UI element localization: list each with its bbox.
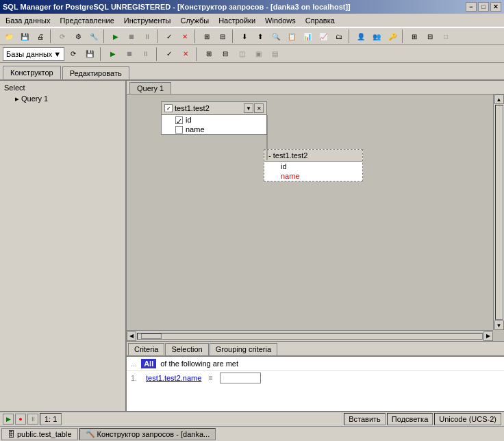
status-highlight: Подсветка bbox=[387, 413, 433, 425]
tab-grouping-criteria[interactable]: Grouping criteria bbox=[210, 343, 277, 355]
status-pause-btn[interactable]: ⏸ bbox=[27, 414, 38, 425]
toolbar2-pause-btn[interactable]: ⏸ bbox=[138, 47, 153, 62]
toolbar-btn-19[interactable]: 📈 bbox=[316, 29, 331, 44]
tree-arrow-icon: ▸ bbox=[15, 94, 21, 103]
toolbar2-check-btn[interactable]: ✓ bbox=[162, 47, 177, 62]
toolbar-btn-23[interactable]: 🔑 bbox=[385, 29, 400, 44]
toolbar-btn-9[interactable]: ⏸ bbox=[140, 29, 155, 44]
toolbar-btn-20[interactable]: 🗂 bbox=[331, 29, 346, 44]
table-check-icon[interactable]: ✓ bbox=[164, 104, 173, 112]
h-scrollbar[interactable]: ◀ ▶ bbox=[127, 330, 493, 341]
menu-baza-dannih[interactable]: База данных bbox=[1, 15, 55, 26]
table-2-field-name: name bbox=[264, 171, 362, 181]
taskbar-item-1-label: public.test_table bbox=[17, 430, 72, 438]
scroll-left-btn[interactable]: ◀ bbox=[127, 331, 136, 341]
toolbar-btn-2[interactable]: 💾 bbox=[17, 29, 32, 44]
scroll-thumb[interactable] bbox=[141, 333, 162, 339]
toolbar2-btn-1[interactable]: ⟳ bbox=[66, 47, 81, 62]
tab-selection[interactable]: Selection bbox=[165, 343, 208, 355]
database-dropdown[interactable]: Базы данных ▼ bbox=[3, 47, 64, 61]
criteria-row-link[interactable]: test1.test2.name bbox=[146, 374, 201, 382]
table-1-close-btn[interactable]: ✕ bbox=[254, 103, 264, 113]
toolbar-btn-18[interactable]: 📊 bbox=[300, 29, 315, 44]
table-2-title: test1.test2 bbox=[273, 151, 308, 160]
canvas-area[interactable]: ✓ test1.test2 ▼ ✕ ✓ id name bbox=[127, 94, 504, 341]
scroll-right-btn[interactable]: ▶ bbox=[483, 331, 493, 341]
scroll-track[interactable] bbox=[137, 333, 483, 340]
toolbar2-nav-btn4[interactable]: ▣ bbox=[251, 47, 266, 62]
v-scroll-track[interactable] bbox=[495, 105, 503, 320]
table-1-dropdown-btn[interactable]: ▼ bbox=[244, 103, 253, 113]
status-stop-btn[interactable]: ● bbox=[15, 414, 26, 425]
toolbar-btn-13[interactable]: ⊟ bbox=[215, 29, 230, 44]
tab-konstruktor[interactable]: Конструктор bbox=[3, 66, 61, 79]
menu-bar: База данных Представление Инструменты Сл… bbox=[0, 14, 504, 27]
minimize-button[interactable]: − bbox=[466, 2, 477, 12]
menu-sluzhby[interactable]: Службы bbox=[176, 15, 213, 26]
toolbar-sep-3 bbox=[157, 29, 160, 43]
scroll-down-btn[interactable]: ▼ bbox=[494, 320, 504, 330]
tab-criteria[interactable]: Criteria bbox=[128, 343, 164, 355]
toolbar-btn-1[interactable]: 📁 bbox=[1, 29, 16, 44]
toolbar-btn-3[interactable]: 🖨 bbox=[33, 29, 48, 44]
taskbar-item-2-label: Конструктор запросов - [danka... bbox=[97, 430, 210, 438]
toolbar2-nav-btn3[interactable]: ◫ bbox=[234, 47, 249, 62]
table-1-field-name-label: name bbox=[186, 125, 205, 134]
title-bar: SQL Manager for PostgreSQL UNREGISTERED … bbox=[0, 0, 504, 14]
toolbar2-stop-btn[interactable]: ⏹ bbox=[122, 47, 137, 62]
maximize-button[interactable]: □ bbox=[478, 2, 489, 12]
title-text: SQL Manager for PostgreSQL UNREGISTERED … bbox=[3, 3, 351, 11]
toolbar-btn-4[interactable]: ⟳ bbox=[55, 29, 70, 44]
window-controls: − □ ✕ bbox=[466, 2, 501, 12]
left-panel: Select ▸ Query 1 bbox=[0, 81, 127, 411]
menu-windows[interactable]: Windows bbox=[261, 15, 300, 26]
toolbar2-cancel-btn[interactable]: ✕ bbox=[178, 47, 193, 62]
criteria-row-value[interactable] bbox=[220, 373, 261, 383]
toolbar2-nav-btn5[interactable]: ▤ bbox=[267, 47, 282, 62]
toolbar-btn-14[interactable]: ⬇ bbox=[237, 29, 252, 44]
toolbar2-run-btn[interactable]: ▶ bbox=[105, 47, 121, 62]
scroll-up-btn[interactable]: ▲ bbox=[494, 94, 504, 104]
table-box-2: - test1.test2 id name bbox=[264, 149, 363, 181]
status-bar: ▶ ● ⏸ 1: 1 Вставить Подсветка Unicode (U… bbox=[0, 411, 504, 426]
toolbar-btn-6[interactable]: 🔧 bbox=[86, 29, 101, 44]
table-1-title: test1.test2 bbox=[175, 104, 210, 112]
toolbar-btn-25[interactable]: ⊟ bbox=[423, 29, 438, 44]
toolbar-btn-16[interactable]: 🔍 bbox=[268, 29, 284, 44]
toolbar-btn-5[interactable]: ⚙ bbox=[71, 29, 86, 44]
close-button[interactable]: ✕ bbox=[490, 2, 501, 12]
tab-redaktirovat[interactable]: Редактировать bbox=[62, 66, 129, 79]
toolbar2-nav-btn[interactable]: ⊞ bbox=[201, 47, 216, 62]
toolbar-btn-17[interactable]: 📋 bbox=[284, 29, 299, 44]
db-label: Базы данных bbox=[6, 50, 52, 58]
menu-instrumenty[interactable]: Инструменты bbox=[120, 15, 175, 26]
criteria-all-badge[interactable]: All bbox=[141, 359, 156, 368]
taskbar-item-1[interactable]: 🗄 public.test_table bbox=[1, 428, 78, 440]
v-scrollbar[interactable]: ▲ ▼ bbox=[493, 94, 504, 330]
menu-predstavlenie[interactable]: Представление bbox=[56, 15, 118, 26]
toolbar-btn-21[interactable]: 👤 bbox=[353, 29, 368, 44]
toolbar2-nav-btn2[interactable]: ⊟ bbox=[218, 47, 233, 62]
status-play-btn[interactable]: ▶ bbox=[3, 414, 14, 425]
toolbar2-btn-2[interactable]: 💾 bbox=[82, 47, 97, 62]
menu-spravka[interactable]: Справка bbox=[301, 15, 339, 26]
toolbar-btn-10[interactable]: ✓ bbox=[162, 29, 177, 44]
table-2-field-id-label: id bbox=[281, 162, 287, 171]
toolbar-btn-12[interactable]: ⊞ bbox=[199, 29, 214, 44]
toolbar-btn-11[interactable]: ✕ bbox=[177, 29, 192, 44]
toolbar-btn-22[interactable]: 👥 bbox=[369, 29, 384, 44]
table-1-field-id-label: id bbox=[186, 116, 192, 124]
query-tab-1[interactable]: Query 1 bbox=[129, 82, 171, 94]
query-tree-item[interactable]: ▸ Query 1 bbox=[1, 93, 124, 105]
toolbar-btn-15[interactable]: ⬆ bbox=[253, 29, 268, 44]
table-1-field-name-check[interactable] bbox=[175, 126, 183, 134]
toolbar-btn-26[interactable]: □ bbox=[438, 29, 453, 44]
menu-nastrojki[interactable]: Настройки bbox=[214, 15, 260, 26]
status-position: 1: 1 bbox=[40, 413, 62, 425]
table-1-field-id-check[interactable]: ✓ bbox=[175, 116, 183, 124]
toolbar-btn-24[interactable]: ⊞ bbox=[407, 29, 422, 44]
taskbar-item-2[interactable]: 🔨 Конструктор запросов - [danka... bbox=[79, 428, 216, 440]
toolbar-sep-7 bbox=[402, 29, 405, 43]
toolbar-btn-7[interactable]: ▶ bbox=[108, 29, 123, 44]
toolbar-btn-8[interactable]: ⏹ bbox=[124, 29, 139, 44]
